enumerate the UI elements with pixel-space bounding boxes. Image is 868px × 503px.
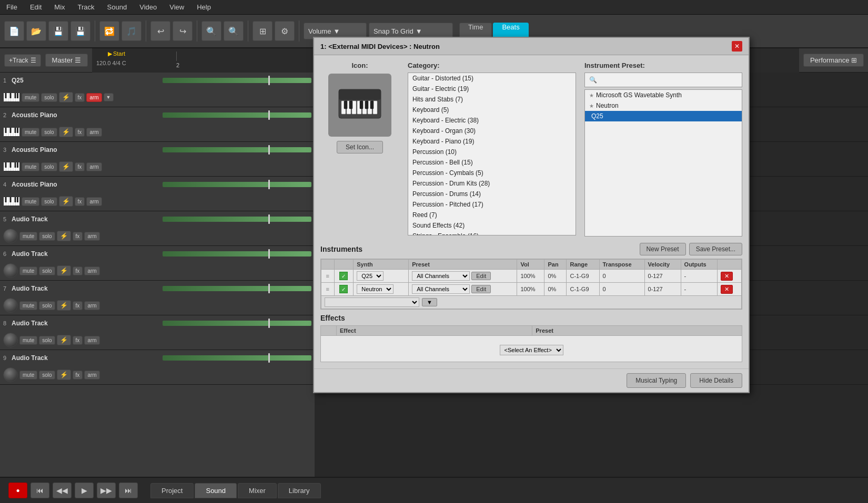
grid-button[interactable]: ⊞ (253, 21, 272, 41)
synth-dropdown-0[interactable]: Q25 (357, 271, 383, 281)
hide-details-button[interactable]: Hide Details (690, 373, 742, 388)
fx-button-1[interactable]: fx (75, 93, 85, 102)
settings-button[interactable]: ⚙ (275, 21, 295, 41)
arm-button-9[interactable]: arm (84, 371, 99, 379)
category-item-15[interactable]: Strings - Ensemble (16) (408, 231, 576, 235)
category-item-12[interactable]: Percussion - Pitched (17) (408, 199, 576, 210)
arm-button-5[interactable]: arm (84, 232, 99, 241)
edit-btn-1[interactable]: Edit (471, 285, 491, 293)
connections-button-3[interactable]: ⚡ (59, 161, 73, 172)
del-btn-1[interactable]: ✕ (721, 285, 733, 294)
solo-button-1[interactable]: solo (41, 93, 57, 102)
tab-library[interactable]: Library (278, 483, 321, 498)
category-item-9[interactable]: Percussion - Cymbals (5) (408, 168, 576, 178)
new-preset-button[interactable]: New Preset (640, 243, 686, 255)
del-cell-0[interactable]: ✕ (718, 270, 742, 283)
connections-button-2[interactable]: ⚡ (59, 127, 73, 137)
mute-button-7[interactable]: mute (19, 301, 37, 310)
solo-button-5[interactable]: solo (39, 232, 55, 241)
select-synth-arrow[interactable]: ▼ (422, 298, 437, 306)
preset-dropdown-0[interactable]: All Channels (412, 271, 470, 281)
track-keys-icon-1[interactable] (3, 93, 20, 102)
track-vol-bar-5[interactable] (163, 217, 311, 222)
metronome-button[interactable]: 🎵 (122, 21, 142, 41)
select-synth-cell[interactable]: ▼ (321, 296, 742, 309)
drag-handle-0[interactable]: ≡ (321, 270, 335, 283)
musical-typing-button[interactable]: Musical Typing (627, 373, 686, 388)
solo-button-8[interactable]: solo (39, 336, 55, 345)
mute-button-6[interactable]: mute (19, 266, 37, 275)
save-as-button[interactable]: 💾 (70, 21, 90, 41)
redo-button[interactable]: ↪ (173, 21, 193, 41)
track-vol-bar-2[interactable] (163, 112, 311, 118)
arm-button-1[interactable]: arm (86, 93, 102, 102)
category-item-5[interactable]: Keyboard - Organ (30) (408, 126, 576, 136)
undo-button[interactable]: ↩ (150, 21, 170, 41)
preset-item-2[interactable]: Q25 (585, 111, 742, 121)
synth-cell-0[interactable]: Q25 (354, 270, 409, 283)
preset-dropdown-1[interactable]: All Channels (412, 284, 470, 294)
connections-button-6[interactable]: ⚡ (57, 265, 71, 276)
menu-mix[interactable]: Mix (52, 2, 67, 12)
connections-button-7[interactable]: ⚡ (57, 300, 71, 311)
menu-edit[interactable]: Edit (28, 2, 44, 12)
track-vol-bar-3[interactable] (163, 147, 311, 152)
fx-button-9[interactable]: fx (73, 371, 83, 379)
track-keys-icon-4[interactable] (3, 197, 20, 206)
tab-sound[interactable]: Sound (195, 483, 237, 498)
menu-file[interactable]: File (4, 2, 19, 12)
synth-cell-1[interactable]: Neutron (354, 283, 409, 296)
mute-button-1[interactable]: mute (22, 93, 39, 102)
to-end-button[interactable]: ⏭ (119, 483, 138, 498)
performance-button[interactable]: Performance ⊞ (803, 54, 864, 67)
dialog-close-button[interactable]: ✕ (732, 41, 742, 52)
arm-button-6[interactable]: arm (84, 266, 99, 275)
track-vol-bar-1[interactable] (163, 78, 311, 83)
track-vol-bar-4[interactable] (163, 182, 311, 187)
track-keys-icon-3[interactable] (3, 162, 20, 171)
tab-mixer[interactable]: Mixer (238, 483, 277, 498)
record-button[interactable]: ● (8, 483, 27, 498)
mute-button-5[interactable]: mute (19, 232, 37, 241)
add-track-button[interactable]: +Track ☰ (4, 54, 41, 67)
category-item-1[interactable]: Guitar - Electric (19) (408, 84, 576, 94)
category-item-4[interactable]: Keyboard - Electric (38) (408, 115, 576, 126)
master-button[interactable]: Master ☰ (45, 54, 88, 67)
zoom-out-button[interactable]: 🔍 (201, 21, 221, 41)
check-1[interactable]: ✓ (334, 283, 354, 296)
track-vol-bar-8[interactable] (163, 321, 311, 326)
fast-forward-button[interactable]: ▶▶ (97, 483, 116, 498)
connections-button-8[interactable]: ⚡ (57, 335, 71, 345)
solo-button-2[interactable]: solo (41, 128, 57, 137)
menu-view[interactable]: View (167, 2, 186, 12)
tab-project[interactable]: Project (150, 483, 194, 498)
open-button[interactable]: 📂 (26, 21, 46, 41)
zoom-in-button[interactable]: 🔍 (224, 21, 244, 41)
drag-handle-1[interactable]: ≡ (321, 283, 335, 296)
set-icon-button[interactable]: Set Icon... (337, 141, 383, 153)
solo-button-7[interactable]: solo (39, 301, 55, 310)
play-button[interactable]: ▶ (75, 483, 94, 498)
select-effect-dropdown[interactable]: <Select An Effect> (500, 345, 563, 355)
menu-help[interactable]: Help (195, 2, 213, 12)
arm-button-2[interactable]: arm (86, 128, 102, 137)
del-btn-0[interactable]: ✕ (721, 272, 733, 281)
track-keys-icon-2[interactable] (3, 127, 20, 137)
arm-button-8[interactable]: arm (84, 336, 99, 345)
solo-button-4[interactable]: solo (41, 197, 57, 206)
loop-button[interactable]: 🔁 (99, 21, 119, 41)
check-0[interactable]: ✓ (334, 270, 354, 283)
mute-button-3[interactable]: mute (22, 162, 39, 171)
arm-dropdown-1[interactable]: ▼ (104, 93, 114, 101)
solo-button-3[interactable]: solo (41, 162, 57, 171)
save-button[interactable]: 💾 (48, 21, 68, 41)
fx-button-4[interactable]: fx (75, 197, 85, 206)
solo-button-9[interactable]: solo (39, 371, 55, 379)
fx-button-7[interactable]: fx (73, 301, 83, 310)
synth-dropdown-1[interactable]: Neutron (357, 284, 393, 294)
fx-button-2[interactable]: fx (75, 128, 85, 137)
solo-button-6[interactable]: solo (39, 266, 55, 275)
category-list[interactable]: Guitar - Distorted (15)Guitar - Electric… (408, 73, 576, 235)
menu-sound[interactable]: Sound (105, 2, 129, 12)
connections-button-4[interactable]: ⚡ (59, 196, 73, 207)
